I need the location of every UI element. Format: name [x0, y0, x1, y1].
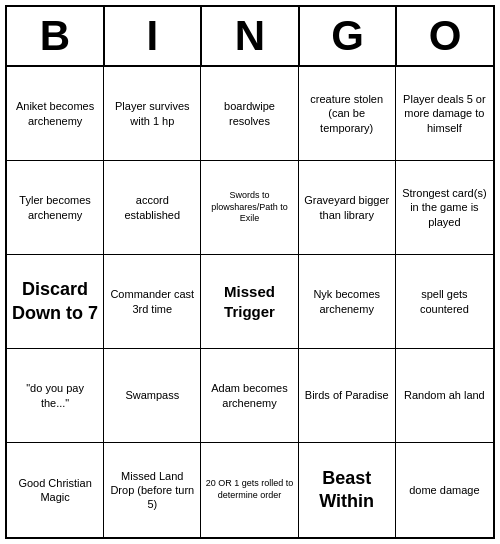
- bingo-cell-19: Random ah land: [396, 349, 493, 443]
- bingo-cell-23: Beast Within: [299, 443, 396, 537]
- bingo-cell-3: creature stolen (can be temporary): [299, 67, 396, 161]
- bingo-cell-10: Discard Down to 7: [7, 255, 104, 349]
- header-letter-g: G: [300, 7, 398, 65]
- bingo-cell-16: Swampass: [104, 349, 201, 443]
- bingo-cell-12: Missed Trigger: [201, 255, 298, 349]
- bingo-cell-8: Graveyard bigger than library: [299, 161, 396, 255]
- bingo-cell-20: Good Christian Magic: [7, 443, 104, 537]
- header-letter-n: N: [202, 7, 300, 65]
- bingo-cell-9: Strongest card(s) in the game is played: [396, 161, 493, 255]
- bingo-cell-15: "do you pay the...": [7, 349, 104, 443]
- bingo-cell-24: dome damage: [396, 443, 493, 537]
- bingo-cell-6: accord established: [104, 161, 201, 255]
- bingo-card: BINGO Aniket becomes archenemyPlayer sur…: [5, 5, 495, 539]
- bingo-cell-7: Swords to plowshares/Path to Exile: [201, 161, 298, 255]
- header-letter-o: O: [397, 7, 493, 65]
- bingo-cell-14: spell gets countered: [396, 255, 493, 349]
- header-letter-b: B: [7, 7, 105, 65]
- bingo-cell-2: boardwipe resolves: [201, 67, 298, 161]
- bingo-cell-1: Player survives with 1 hp: [104, 67, 201, 161]
- bingo-grid: Aniket becomes archenemyPlayer survives …: [7, 67, 493, 537]
- bingo-cell-4: Player deals 5 or more damage to himself: [396, 67, 493, 161]
- bingo-cell-11: Commander cast 3rd time: [104, 255, 201, 349]
- bingo-cell-5: Tyler becomes archenemy: [7, 161, 104, 255]
- bingo-cell-21: Missed Land Drop (before turn 5): [104, 443, 201, 537]
- bingo-cell-22: 20 OR 1 gets rolled to determine order: [201, 443, 298, 537]
- bingo-cell-13: Nyk becomes archenemy: [299, 255, 396, 349]
- bingo-cell-17: Adam becomes archenemy: [201, 349, 298, 443]
- bingo-cell-0: Aniket becomes archenemy: [7, 67, 104, 161]
- bingo-header: BINGO: [7, 7, 493, 67]
- header-letter-i: I: [105, 7, 203, 65]
- bingo-cell-18: Birds of Paradise: [299, 349, 396, 443]
